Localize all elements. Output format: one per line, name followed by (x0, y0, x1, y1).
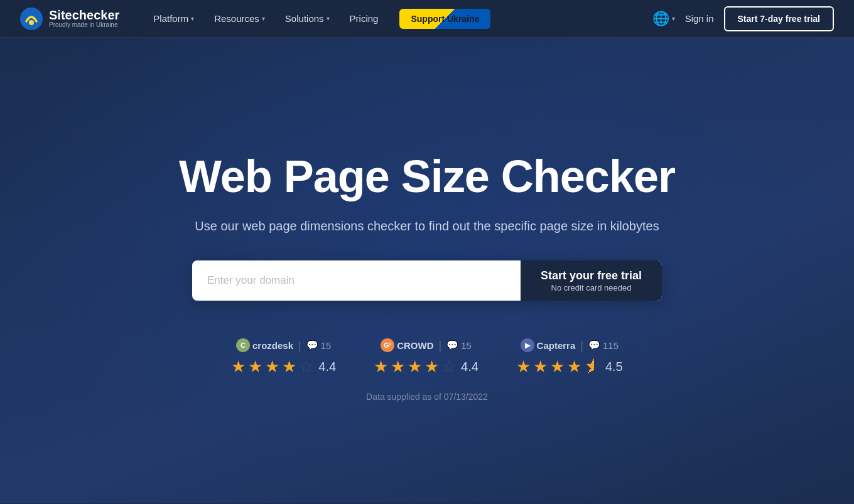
cta-subtitle: No credit card needed (551, 283, 632, 292)
star-2: ★ (248, 357, 262, 377)
start-trial-button[interactable]: Start 7-day free trial (724, 6, 835, 31)
capterra-review-count: 💬 115 (588, 340, 619, 351)
navbar: Sitechecker Proudly made in Ukraine Plat… (0, 0, 854, 38)
nav-resources[interactable]: Resources ▾ (205, 9, 274, 28)
star-4: ★ (424, 357, 439, 377)
sign-in-link[interactable]: Sign in (685, 13, 714, 24)
hero-subtitle: Use our web page dimensions checker to f… (144, 217, 710, 235)
logo-link[interactable]: Sitechecker Proudly made in Ukraine (20, 8, 119, 30)
search-box: Start your free trial No credit card nee… (192, 260, 662, 301)
nav-platform[interactable]: Platform ▾ (144, 9, 203, 28)
capterra-rating: ▶ Capterra | 💬 115 ★ ★ ★ ★ ⯨ 4.5 (516, 338, 623, 377)
capterra-logo: ▶ Capterra (521, 338, 576, 352)
crozdesk-platform: C crozdesk | 💬 15 (236, 338, 331, 352)
support-ukraine-button[interactable]: Support Ukraine (399, 9, 490, 29)
nav-right: 🌐 ▾ Sign in Start 7-day free trial (652, 6, 834, 31)
divider: | (298, 339, 301, 352)
language-selector[interactable]: 🌐 ▾ (652, 11, 675, 27)
chevron-down-icon: ▾ (672, 15, 675, 22)
svg-point-1 (29, 20, 34, 25)
divider: | (438, 339, 441, 352)
hero-content: Web Page Size Checker Use our web page d… (144, 152, 710, 402)
domain-input[interactable] (192, 260, 521, 301)
g2crowd-icon: G² (381, 338, 394, 352)
capterra-stars: ★ ★ ★ ★ ⯨ 4.5 (516, 357, 623, 377)
chevron-down-icon: ▾ (262, 15, 265, 22)
g2crowd-logo: G² CROWD (381, 338, 433, 352)
g2crowd-rating-num: 4.4 (461, 360, 478, 374)
star-1: ★ (516, 357, 531, 377)
crozdesk-icon: C (236, 338, 250, 352)
star-2: ★ (391, 357, 405, 377)
star-5-half: ⯨ (584, 357, 600, 377)
capterra-icon: ▶ (521, 338, 534, 352)
g2crowd-review-count: 💬 15 (446, 340, 472, 351)
star-4: ★ (567, 357, 581, 377)
logo-tagline: Proudly made in Ukraine (49, 21, 119, 29)
g2crowd-stars: ★ ★ ★ ★ ☆ 4.4 (374, 357, 478, 377)
star-5-empty: ☆ (441, 357, 456, 377)
star-1: ★ (231, 357, 246, 377)
star-2: ★ (533, 357, 548, 377)
ratings-row: C crozdesk | 💬 15 ★ ★ ★ ★ ☆ 4.4 (144, 338, 710, 377)
data-supplied-text: Data supplied as of 07/13/2022 (144, 392, 710, 402)
star-3: ★ (265, 357, 279, 377)
chevron-down-icon: ▾ (191, 15, 194, 22)
capterra-rating-num: 4.5 (605, 360, 623, 374)
star-3: ★ (408, 357, 422, 377)
g2crowd-rating: G² CROWD | 💬 15 ★ ★ ★ ★ ☆ 4.4 (374, 338, 478, 377)
cta-title: Start your free trial (541, 269, 642, 283)
crozdesk-stars: ★ ★ ★ ★ ☆ 4.4 (231, 357, 336, 377)
g2crowd-platform: G² CROWD | 💬 15 (381, 338, 472, 352)
nav-pricing[interactable]: Pricing (341, 9, 387, 28)
crozdesk-review-count: 💬 15 (306, 340, 332, 351)
star-4: ★ (282, 357, 296, 377)
globe-icon: 🌐 (652, 11, 669, 27)
star-1: ★ (374, 357, 388, 377)
svg-point-0 (20, 8, 43, 30)
nav-links: Platform ▾ Resources ▾ Solutions ▾ Prici… (144, 9, 652, 29)
crozdesk-rating: C crozdesk | 💬 15 ★ ★ ★ ★ ☆ 4.4 (231, 338, 336, 377)
capterra-platform: ▶ Capterra | 💬 115 (521, 338, 619, 352)
star-5-empty: ☆ (299, 357, 313, 377)
star-3: ★ (550, 357, 565, 377)
logo-name: Sitechecker (49, 9, 119, 21)
hero-section: Web Page Size Checker Use our web page d… (0, 38, 854, 503)
crozdesk-rating-num: 4.4 (318, 360, 336, 374)
hero-title: Web Page Size Checker (144, 152, 710, 201)
chevron-down-icon: ▾ (327, 15, 330, 22)
logo-icon (20, 8, 43, 30)
start-free-trial-button[interactable]: Start your free trial No credit card nee… (521, 260, 662, 301)
nav-solutions[interactable]: Solutions ▾ (276, 9, 338, 28)
divider: | (580, 339, 583, 352)
crozdesk-logo: C crozdesk (236, 338, 293, 352)
